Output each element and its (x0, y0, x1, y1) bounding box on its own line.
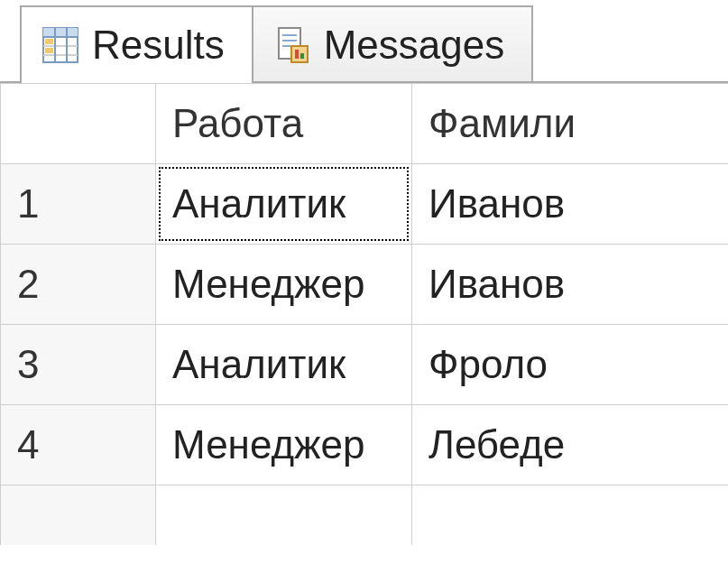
tab-messages[interactable]: Messages (253, 5, 534, 83)
grid-cell[interactable]: Аналитик (156, 164, 412, 245)
results-grid[interactable]: Работа Фамили 1 Аналитик Иванов 2 Менедж… (0, 83, 728, 545)
svg-rect-1 (43, 28, 78, 37)
grid-empty-row (1, 485, 729, 546)
document-icon (273, 26, 311, 64)
grid-icon (41, 26, 79, 64)
grid-cell[interactable]: Иванов (412, 164, 729, 245)
grid-cell (156, 485, 412, 546)
tab-results[interactable]: Results (20, 5, 253, 83)
grid-cell[interactable]: Лебеде (412, 405, 729, 485)
svg-rect-14 (295, 50, 299, 59)
row-number-header[interactable] (1, 84, 156, 164)
table-row[interactable]: 3 Аналитик Фроло (1, 325, 729, 405)
row-number-cell[interactable]: 1 (1, 164, 156, 245)
tab-strip: Results Messages (0, 5, 728, 83)
column-header[interactable]: Фамили (412, 84, 729, 164)
svg-rect-8 (45, 48, 53, 53)
grid-cell[interactable]: Иванов (412, 245, 729, 325)
svg-rect-13 (291, 46, 308, 62)
grid-header-row: Работа Фамили (1, 84, 729, 164)
results-grid-wrap: Работа Фамили 1 Аналитик Иванов 2 Менедж… (0, 81, 728, 545)
row-number-cell[interactable]: 4 (1, 405, 156, 485)
svg-rect-15 (300, 53, 304, 59)
grid-cell (412, 485, 729, 546)
grid-body: 1 Аналитик Иванов 2 Менеджер Иванов 3 Ан… (1, 164, 729, 546)
table-row[interactable]: 4 Менеджер Лебеде (1, 405, 729, 485)
row-number-cell[interactable]: 2 (1, 245, 156, 325)
grid-cell[interactable]: Аналитик (156, 325, 412, 405)
table-row[interactable]: 2 Менеджер Иванов (1, 245, 729, 325)
tab-messages-label: Messages (324, 23, 505, 68)
grid-cell[interactable]: Менеджер (156, 405, 412, 485)
row-number-cell[interactable]: 3 (1, 325, 156, 405)
grid-cell[interactable]: Фроло (412, 325, 729, 405)
grid-cell[interactable]: Менеджер (156, 245, 412, 325)
svg-rect-7 (45, 39, 53, 44)
tab-results-label: Results (92, 23, 225, 68)
row-number-cell (1, 485, 156, 546)
results-panel: Results Messages (0, 0, 728, 545)
table-row[interactable]: 1 Аналитик Иванов (1, 164, 729, 245)
column-header[interactable]: Работа (156, 84, 412, 164)
